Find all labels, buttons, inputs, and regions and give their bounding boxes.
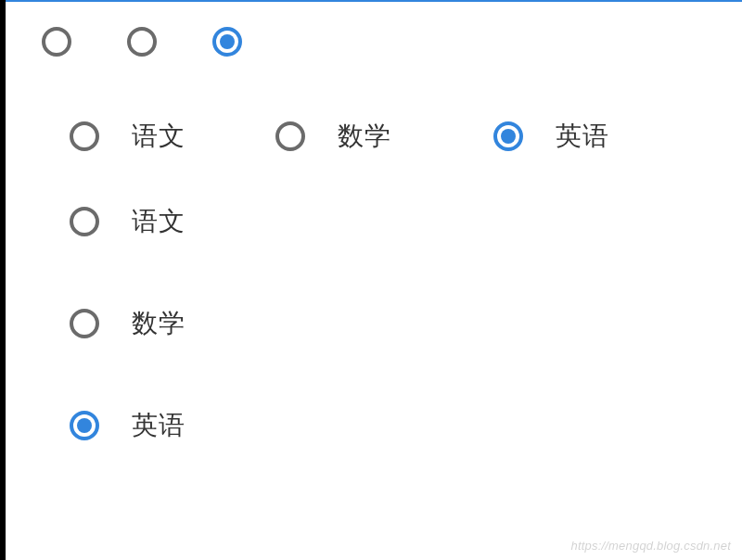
radio-item-h-chinese[interactable]: 语文 [67, 119, 186, 154]
radio-label-h-chinese: 语文 [132, 119, 186, 154]
radio-item-v-english[interactable]: 英语 [67, 408, 742, 443]
radio-label-h-english: 英语 [556, 119, 609, 154]
svg-point-4 [71, 123, 97, 149]
radio-on-icon [210, 24, 245, 59]
radio-label-v-chinese: 语文 [132, 204, 186, 239]
radio-group-vertical: 语文 数学 英语 [6, 204, 742, 443]
radio-h-english[interactable] [491, 119, 526, 154]
radio-h-chinese[interactable] [67, 119, 102, 154]
radio-on-icon [491, 119, 526, 154]
radio-off-icon [67, 119, 102, 154]
radio-v-chinese[interactable] [67, 204, 102, 239]
radio-r1b[interactable] [124, 24, 160, 59]
svg-point-8 [71, 209, 97, 235]
radio-v-math[interactable] [67, 306, 102, 341]
radio-off-icon [67, 306, 102, 341]
svg-point-9 [71, 311, 97, 337]
svg-point-7 [501, 129, 516, 144]
svg-point-0 [44, 29, 70, 55]
radio-v-english[interactable] [67, 408, 102, 443]
svg-point-11 [77, 418, 92, 433]
radio-group-row1 [6, 24, 742, 59]
radio-group-horizontal: 语文 数学 英语 [6, 119, 742, 154]
radio-label-v-math: 数学 [132, 306, 186, 341]
content-area: 语文 数学 英语 [6, 2, 742, 560]
radio-label-h-math: 数学 [338, 119, 391, 154]
radio-on-icon [67, 408, 102, 443]
radio-off-icon [67, 204, 102, 239]
radio-off-icon [124, 24, 160, 59]
radio-item-h-math[interactable]: 数学 [273, 119, 391, 154]
radio-h-math[interactable] [273, 119, 308, 154]
radio-label-v-english: 英语 [132, 408, 186, 443]
svg-point-1 [129, 29, 155, 55]
radio-off-icon [273, 119, 308, 154]
svg-point-5 [277, 123, 303, 149]
radio-off-icon [39, 24, 74, 59]
radio-r1c[interactable] [210, 24, 245, 59]
radio-item-v-math[interactable]: 数学 [67, 306, 742, 341]
radio-item-v-chinese[interactable]: 语文 [67, 204, 742, 239]
watermark: https://mengqd.blog.csdn.net [570, 539, 731, 553]
radio-item-h-english[interactable]: 英语 [491, 119, 609, 154]
svg-point-3 [220, 34, 235, 49]
radio-r1a[interactable] [39, 24, 74, 59]
